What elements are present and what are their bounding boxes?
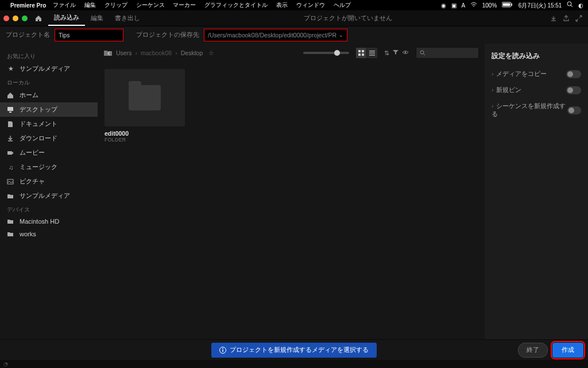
sidebar-item-label: ドキュメント: [20, 120, 57, 128]
menu-sequence[interactable]: シーケンス: [136, 2, 165, 8]
project-path-value: /Users/macbook08/Desktop/edit0000/projec…: [208, 32, 336, 39]
sidebar-item-desktop[interactable]: デスクトップ: [0, 102, 98, 117]
tab-edit[interactable]: 編集: [85, 10, 109, 26]
favorite-star-icon[interactable]: ☆: [208, 49, 214, 56]
svg-rect-20: [222, 350, 223, 352]
window-zoom-button[interactable]: [22, 16, 28, 21]
sidebar-item-label: ダウンロード: [20, 134, 57, 143]
breadcrumb-item[interactable]: Users: [116, 49, 131, 56]
home-icon[interactable]: [34, 14, 45, 22]
svg-rect-13: [369, 51, 375, 52]
svg-rect-7: [7, 151, 12, 155]
sidebar-item-home[interactable]: ホーム: [0, 88, 98, 102]
project-name-input[interactable]: [55, 29, 123, 41]
create-button[interactable]: 作成: [552, 343, 583, 358]
sidebar-item-pictures[interactable]: ピクチャ: [0, 174, 98, 189]
menu-view[interactable]: 表示: [276, 2, 288, 8]
thumbnail-size-slider[interactable]: [303, 52, 349, 54]
monitor-icon: [7, 106, 15, 113]
sidebar-item-macintosh-hd[interactable]: Macintosh HD: [0, 215, 98, 228]
folder-item[interactable]: edit0000 FOLDER: [105, 69, 185, 143]
sidebar-item-movies[interactable]: ムービー: [0, 145, 98, 160]
sidebar-item-music[interactable]: ♫ ミュージック: [0, 160, 98, 174]
media-grid: edit0000 FOLDER: [98, 62, 485, 150]
tab-import[interactable]: 読み込み: [48, 10, 85, 26]
toggle-switch[interactable]: [566, 70, 581, 78]
menu-edit[interactable]: 編集: [84, 2, 96, 8]
svg-point-16: [405, 51, 407, 53]
window-close-button[interactable]: [3, 16, 9, 21]
search-icon[interactable]: [567, 1, 573, 7]
music-icon: ♫: [7, 164, 15, 171]
folder-icon: [129, 85, 161, 110]
menu-help[interactable]: ヘルプ: [334, 2, 351, 8]
setting-row-copy-media[interactable]: ›メディアをコピー: [485, 66, 588, 82]
toggle-switch[interactable]: [566, 86, 581, 94]
project-path-dropdown[interactable]: /Users/macbook08/Desktop/edit0000/projec…: [204, 29, 347, 41]
menubar-app-name[interactable]: Premiere Pro: [10, 2, 46, 9]
hint-text: プロジェクトを新規作成するメディアを選択する: [230, 346, 369, 354]
setting-label: シーケンスを新規作成する: [492, 102, 566, 117]
menu-graphics[interactable]: グラフィックとタイトル: [204, 2, 268, 8]
tab-export[interactable]: 書き出し: [109, 10, 146, 26]
grid-view-button[interactable]: [356, 48, 366, 58]
chevron-down-icon: ⌄: [339, 32, 343, 38]
location-sidebar: お気に入り ★ サンプルメディア ローカル ホーム デスクトップ ドキュメント: [0, 44, 98, 339]
stop-icon[interactable]: ▣: [451, 2, 457, 9]
star-icon: ★: [7, 65, 15, 72]
battery-icon[interactable]: [502, 2, 513, 7]
status-icon: ◔: [3, 361, 8, 367]
sidebar-item-sample-media[interactable]: ★ サンプルメディア: [0, 62, 98, 76]
menu-window[interactable]: ウィンドウ: [296, 2, 325, 8]
visibility-icon[interactable]: [402, 49, 409, 57]
sidebar-item-label: ミュージック: [20, 163, 57, 171]
record-icon[interactable]: ◉: [441, 2, 446, 9]
filter-icon[interactable]: [393, 49, 399, 57]
svg-line-18: [423, 53, 425, 55]
sort-icon[interactable]: ⇅: [384, 49, 389, 57]
svg-point-21: [222, 348, 223, 349]
exit-button[interactable]: 終了: [518, 343, 548, 358]
menu-marker[interactable]: マーカー: [173, 2, 196, 8]
breadcrumb-item[interactable]: macbook08: [141, 49, 172, 56]
sidebar-item-downloads[interactable]: ダウンロード: [0, 131, 98, 145]
sidebar-item-label: ピクチャ: [20, 177, 45, 186]
fullscreen-icon[interactable]: [575, 15, 582, 22]
search-icon: [420, 50, 425, 56]
breadcrumb-item[interactable]: Desktop: [181, 49, 203, 56]
menubar-datetime[interactable]: 6月7日(火) 15:51: [519, 2, 562, 9]
project-setup-row: プロジェクト名 プロジェクトの保存先 /Users/macbook08/Desk…: [0, 26, 588, 44]
svg-line-4: [571, 5, 572, 7]
search-input[interactable]: [416, 47, 479, 59]
project-path-label: プロジェクトの保存先: [136, 31, 199, 39]
setting-row-new-sequence[interactable]: ›シーケンスを新規作成する: [485, 98, 588, 122]
sidebar-item-sample-media-local[interactable]: サンプルメディア: [0, 189, 98, 203]
list-view-button[interactable]: [367, 48, 377, 58]
directory-icon[interactable]: [103, 49, 113, 56]
share-icon[interactable]: [563, 15, 570, 22]
svg-rect-6: [9, 112, 11, 113]
project-status-title: プロジェクトが開いていません: [149, 14, 547, 22]
media-browser: Users › macbook08 › Desktop ☆ ⇅: [98, 44, 485, 339]
folder-icon: [7, 231, 15, 237]
svg-point-3: [567, 2, 571, 6]
browser-toolbar: Users › macbook08 › Desktop ☆ ⇅: [98, 44, 485, 62]
sidebar-item-documents[interactable]: ドキュメント: [0, 117, 98, 131]
wifi-icon[interactable]: [470, 2, 477, 7]
workspace-tabs: 読み込み 編集 書き出し: [48, 10, 146, 26]
menubar-right: ◉ ▣ A 100% 6月7日(火) 15:51 ◐: [438, 1, 583, 10]
setting-row-new-bin[interactable]: ›新規ビン: [485, 82, 588, 98]
sidebar-header-devices: デバイス: [0, 203, 98, 215]
sidebar-item-label: Macintosh HD: [20, 218, 59, 225]
toggle-switch[interactable]: [567, 106, 582, 114]
sidebar-item-works[interactable]: works: [0, 228, 98, 240]
mac-menu-bar: Premiere Pro ファイル 編集 クリップ シーケンス マーカー グラフ…: [0, 0, 588, 10]
window-traffic-lights: [3, 16, 28, 21]
siri-icon[interactable]: ◐: [578, 2, 583, 9]
quick-export-icon[interactable]: [550, 15, 557, 22]
svg-rect-10: [362, 50, 364, 52]
menu-clip[interactable]: クリップ: [105, 2, 127, 8]
menu-file[interactable]: ファイル: [53, 2, 76, 8]
window-minimize-button[interactable]: [13, 16, 18, 21]
input-icon[interactable]: A: [461, 2, 465, 9]
